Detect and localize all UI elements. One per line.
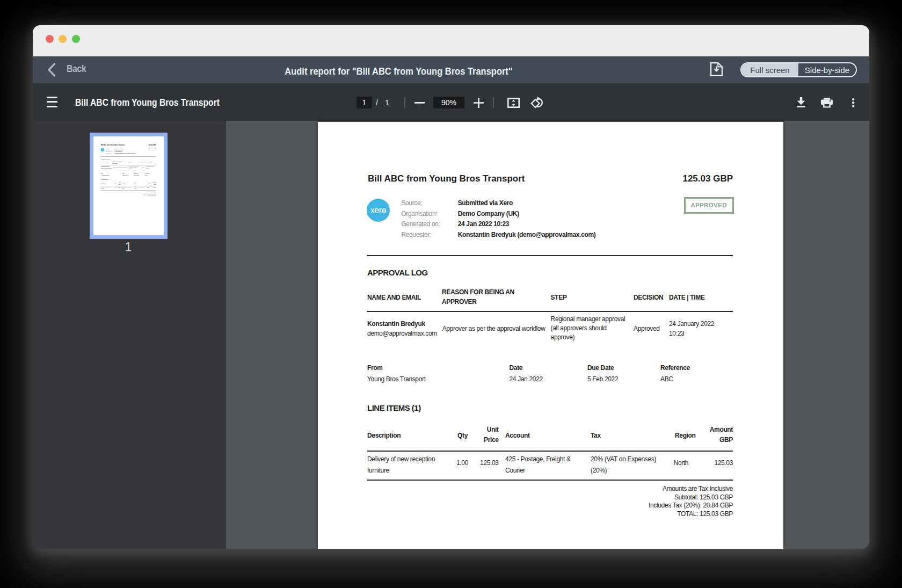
svg-text:xero: xero: [101, 149, 104, 150]
